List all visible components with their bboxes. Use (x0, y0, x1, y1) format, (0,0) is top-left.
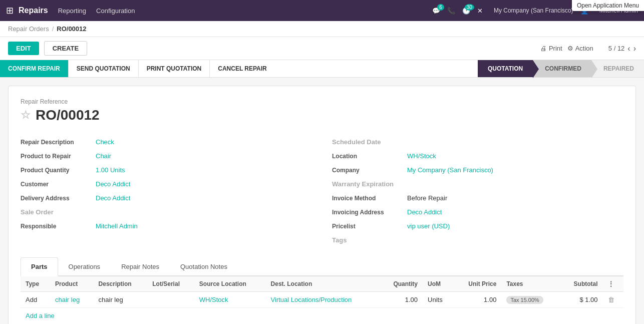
prev-page-button[interactable]: ‹ (627, 44, 630, 53)
label-pricelist: Pricelist (332, 223, 407, 230)
cell-dest-location[interactable]: Virtual Locations/Production (266, 292, 380, 308)
next-page-button[interactable]: › (633, 44, 636, 53)
repair-ref-value: RO/00012 (36, 107, 100, 123)
print-action[interactable]: 🖨 Print (540, 45, 562, 52)
status-repaired[interactable]: REPAIRED (591, 60, 644, 77)
send-quotation-button[interactable]: SEND QUOTATION (68, 60, 138, 77)
form-left-column: Repair Description Check Product to Repa… (21, 135, 312, 247)
form-right-column: Scheduled Date Location WH/Stock Company… (332, 135, 623, 247)
gear-icon: ⚙ (567, 45, 573, 52)
label-invoicing-address: Invoicing Address (332, 209, 407, 216)
print-quotation-button[interactable]: PRINT QUOTATION (138, 60, 210, 77)
value-company[interactable]: My Company (San Francisco) (407, 166, 493, 174)
field-company: Company My Company (San Francisco) (332, 163, 623, 177)
action-dropdown[interactable]: ⚙ Action (567, 45, 593, 52)
tab-quotation-notes[interactable]: Quotation Notes (170, 257, 238, 276)
value-product-to-repair[interactable]: Chair (96, 152, 111, 160)
cell-product[interactable]: chair leg (50, 292, 94, 308)
field-invoicing-address: Invoicing Address Deco Addict (332, 205, 623, 219)
col-taxes: Taxes (501, 276, 560, 292)
open-app-tooltip: Open Application Menu (572, 0, 644, 11)
label-tags: Tags (332, 236, 407, 244)
field-customer: Customer Deco Addict (21, 177, 312, 191)
col-subtotal: Subtotal (560, 276, 602, 292)
add-line-row: Add a line (21, 308, 623, 323)
label-customer: Customer (21, 181, 96, 188)
activity-icon-badge[interactable]: 🕐 30 (462, 7, 470, 15)
toolbar: EDIT CREATE 🖨 Print ⚙ Action 5 / 12 ‹ › (0, 37, 644, 60)
status-confirmed[interactable]: CONFIRMED (533, 60, 591, 77)
label-location: Location (332, 153, 407, 160)
edit-button[interactable]: EDIT (8, 42, 39, 55)
app-title: Repairs (19, 6, 48, 15)
field-responsible: Responsible Mitchell Admin (21, 219, 312, 233)
col-source-location: Source Location (194, 276, 266, 292)
parts-tab-content: Type Product Description Lot/Serial Sour… (21, 276, 623, 323)
label-scheduled-date: Scheduled Date (332, 138, 407, 146)
tax-badge: Tax 15.00% (506, 296, 543, 304)
pagination: 5 / 12 ‹ › (608, 44, 636, 53)
col-lot-serial: Lot/Serial (147, 276, 194, 292)
cell-lot-serial (147, 292, 194, 308)
label-invoice-method: Invoice Method (332, 195, 407, 202)
delete-icon[interactable]: 🗑 (608, 296, 614, 303)
value-responsible[interactable]: Mitchell Admin (96, 222, 138, 230)
value-invoicing-address[interactable]: Deco Addict (407, 208, 442, 216)
breadcrumb: Repair Orders / RO/00012 (0, 21, 644, 37)
label-delivery-address: Delivery Address (21, 195, 96, 202)
value-delivery-address[interactable]: Deco Addict (96, 194, 130, 202)
col-uom: UoM (423, 276, 454, 292)
status-quotation-label: QUOTATION (488, 65, 523, 72)
cell-quantity: 1.00 (380, 292, 423, 308)
value-location[interactable]: WH/Stock (407, 152, 436, 160)
cell-type: Add (21, 292, 50, 308)
field-product-to-repair: Product to Repair Chair (21, 149, 312, 163)
label-company: Company (332, 167, 407, 174)
create-button[interactable]: CREATE (44, 41, 87, 56)
company-name: My Company (San Francisco) (494, 7, 573, 14)
label-product-to-repair: Product to Repair (21, 153, 96, 160)
status-confirmed-label: CONFIRMED (545, 65, 581, 72)
table-row: Add chair leg chair leg WH/Stock Virtual… (21, 292, 623, 308)
field-sale-order: Sale Order (21, 205, 312, 219)
parts-table: Type Product Description Lot/Serial Sour… (21, 276, 623, 308)
grid-icon[interactable]: ⊞ (6, 5, 14, 16)
chat-badge: 6 (437, 4, 444, 11)
cell-delete[interactable]: 🗑 (603, 292, 623, 308)
confirm-repair-button[interactable]: CONFIRM REPAIR (0, 60, 68, 77)
breadcrumb-parent[interactable]: Repair Orders (8, 25, 49, 33)
cell-source-location[interactable]: WH/Stock (194, 292, 266, 308)
value-customer[interactable]: Deco Addict (96, 180, 130, 188)
tab-operations[interactable]: Operations (58, 257, 111, 276)
status-quotation[interactable]: QUOTATION (478, 60, 533, 77)
phone-icon[interactable]: 📞 (447, 7, 455, 15)
label-product-quantity: Product Quantity (21, 167, 96, 174)
tabs-container: Parts Operations Repair Notes Quotation … (21, 257, 623, 323)
tab-repair-notes[interactable]: Repair Notes (111, 257, 170, 276)
field-tags: Tags (332, 233, 623, 247)
breadcrumb-current: RO/00012 (57, 25, 86, 33)
field-product-quantity: Product Quantity 1.00 Units (21, 163, 312, 177)
repair-reference-label: Repair Reference (21, 98, 623, 105)
add-line-button[interactable]: Add a line (21, 308, 60, 323)
field-warranty-expiration: Warranty Expiration (332, 177, 623, 191)
nav-reporting[interactable]: Reporting (58, 7, 86, 15)
col-quantity: Quantity (380, 276, 423, 292)
tab-parts[interactable]: Parts (21, 257, 58, 276)
cell-uom: Units (423, 292, 454, 308)
star-icon[interactable]: ☆ (21, 109, 31, 122)
value-product-quantity[interactable]: 1.00 Units (96, 166, 125, 174)
action-label: Action (575, 45, 593, 52)
nav-configuration[interactable]: Configuration (96, 7, 135, 15)
chat-icon-badge[interactable]: 💬 6 (432, 7, 440, 15)
value-repair-description[interactable]: Check (96, 138, 114, 146)
status-pipeline: QUOTATION CONFIRMED REPAIRED (478, 60, 644, 77)
value-invoice-method: Before Repair (407, 194, 447, 202)
value-pricelist[interactable]: vip user (USD) (407, 222, 450, 230)
status-repaired-label: REPAIRED (603, 65, 634, 72)
form-card: Repair Reference ☆ RO/00012 Repair Descr… (8, 86, 636, 324)
main-content: Repair Reference ☆ RO/00012 Repair Descr… (0, 78, 644, 324)
cancel-repair-button[interactable]: CANCEL REPAIR (209, 60, 275, 77)
tabs: Parts Operations Repair Notes Quotation … (21, 257, 623, 276)
close-icon[interactable]: ✕ (477, 7, 483, 15)
